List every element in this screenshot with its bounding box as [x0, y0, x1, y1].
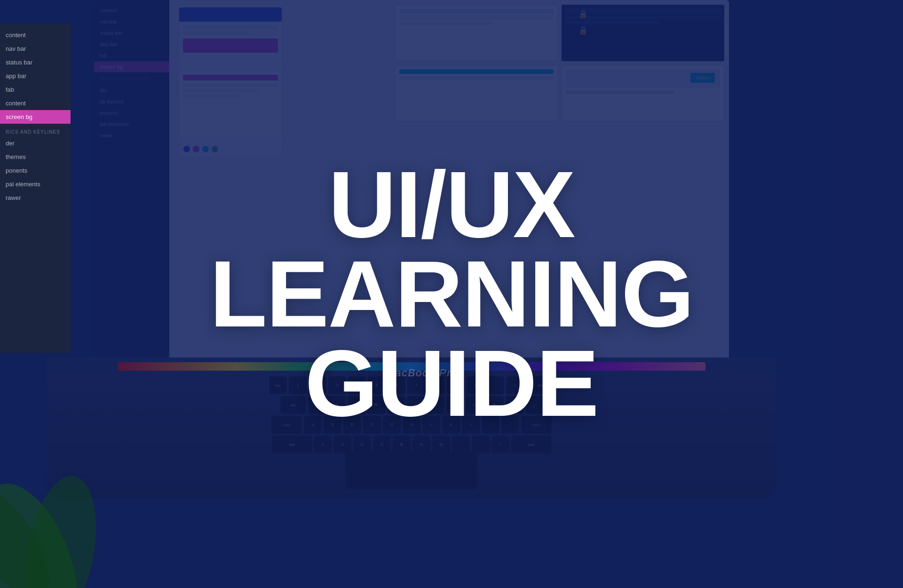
sidebar-themes-item: themes — [0, 150, 71, 164]
sidebar-ponents-item: ponents — [0, 164, 71, 177]
hero-title-line1: UI/UX LEARNING — [210, 152, 693, 346]
main-heading: UI/UX LEARNING GUIDE — [122, 160, 781, 428]
left-sidebar-partial: content nav bar status bar app bar fab c… — [0, 24, 71, 353]
sidebar-appbar-item: app bar — [0, 69, 71, 83]
sidebar-statusbar-item: status bar — [0, 56, 71, 69]
sidebar-palelements-item: pal elements — [0, 177, 71, 191]
sidebar-section-rics: RICS AND KEYLINES — [0, 124, 71, 136]
plant-decoration — [0, 400, 132, 588]
hero-title-line2: GUIDE — [305, 331, 598, 436]
sidebar-content2-item: content — [0, 96, 71, 110]
sidebar-screenbg-item: screen bg — [0, 110, 71, 124]
sidebar-rawer-item: rawer — [0, 191, 71, 205]
sidebar-fab-item: fab — [0, 83, 71, 96]
sidebar-navbar-item: nav bar — [0, 42, 71, 56]
hero-container: content nav bar status bar app bar fab s… — [0, 0, 903, 588]
hero-title: UI/UX LEARNING GUIDE — [122, 160, 781, 428]
sidebar-der-item: der — [0, 136, 71, 150]
sidebar-content-item: content — [0, 28, 71, 42]
